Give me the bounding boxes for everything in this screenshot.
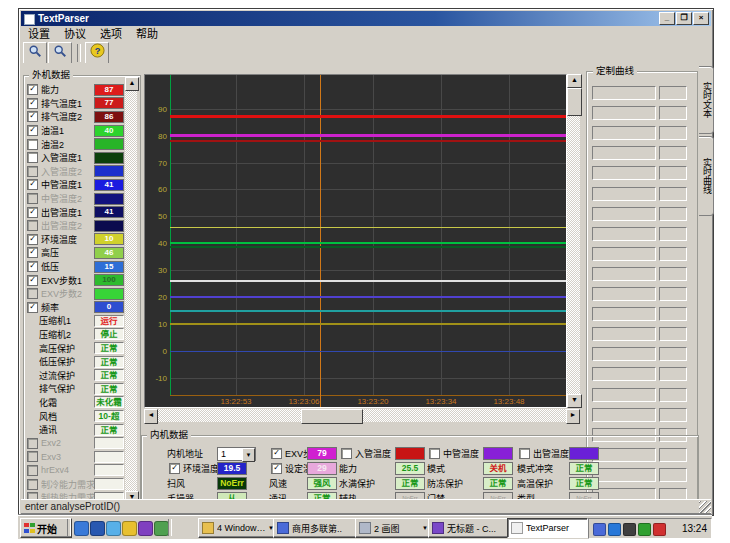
indoor-address-dropdown[interactable]: 1▼ <box>217 447 256 461</box>
menu-item-选项[interactable]: 选项 <box>93 25 129 41</box>
custom-curve-name-field-13[interactable] <box>592 347 656 361</box>
checkbox-制冷能力需求[interactable] <box>27 479 38 490</box>
menu-item-协议[interactable]: 协议 <box>57 25 93 41</box>
checkbox-中管温度1[interactable]: ✓ <box>27 179 38 190</box>
start-button[interactable]: 开始 <box>20 518 72 538</box>
checkbox-Exv2[interactable] <box>27 438 38 449</box>
checkbox-设定温度[interactable]: ✓ <box>271 463 282 474</box>
custom-curve-name-field-14[interactable] <box>592 367 656 381</box>
network-icon[interactable] <box>623 523 636 536</box>
custom-curve-name-field-1[interactable] <box>592 106 656 120</box>
custom-curve-value-field-14[interactable] <box>659 367 687 381</box>
custom-curve-name-field-3[interactable] <box>592 146 656 160</box>
custom-curve-value-field-5[interactable] <box>659 187 687 201</box>
custom-curve-value-field-12[interactable] <box>659 327 687 341</box>
minimize-button[interactable]: _ <box>659 12 675 25</box>
checkbox-入管温度2[interactable] <box>27 166 38 177</box>
custom-curve-name-field-15[interactable] <box>592 388 656 402</box>
custom-curve-name-field-5[interactable] <box>592 187 656 201</box>
checkbox-EXV步数[interactable]: ✓ <box>271 448 282 459</box>
checkbox-出管温度2[interactable] <box>27 220 38 231</box>
tab-实时曲线[interactable]: 实时曲线 <box>699 136 714 216</box>
custom-curve-value-field-8[interactable] <box>659 247 687 261</box>
custom-curve-value-field-4[interactable] <box>659 166 687 180</box>
custom-curve-value-field-16[interactable] <box>659 408 687 422</box>
hand-icon[interactable] <box>593 523 606 536</box>
dropdown-arrow-icon[interactable]: ▼ <box>242 448 255 462</box>
green-status-icon[interactable] <box>638 523 651 536</box>
checkbox-Exv3[interactable] <box>27 451 38 462</box>
checkbox-入管温度[interactable] <box>341 448 352 459</box>
checkbox-EXV步数2[interactable] <box>27 288 38 299</box>
checkbox-油温1[interactable]: ✓ <box>27 125 38 136</box>
custom-curve-name-field-8[interactable] <box>592 247 656 261</box>
checkbox-出管温度1[interactable]: ✓ <box>27 207 38 218</box>
menu-item-设置[interactable]: 设置 <box>21 25 57 41</box>
media-player-icon[interactable] <box>138 521 153 536</box>
checkbox-环境温度[interactable]: ✓ <box>169 463 180 474</box>
antivirus-icon[interactable] <box>653 523 666 536</box>
checkbox-排气温度2[interactable]: ✓ <box>27 111 38 122</box>
ie-icon[interactable] <box>74 521 89 536</box>
chart-hscroll-thumb[interactable] <box>301 409 363 424</box>
custom-curve-name-field-11[interactable] <box>592 307 656 321</box>
checkbox-排气温度1[interactable]: ✓ <box>27 98 38 109</box>
chart-scroll-right-arrow[interactable]: ► <box>566 409 580 424</box>
custom-curve-name-field-12[interactable] <box>592 327 656 341</box>
checkbox-环境温度[interactable]: ✓ <box>27 234 38 245</box>
custom-curve-name-field-2[interactable] <box>592 126 656 140</box>
custom-curve-value-field-3[interactable] <box>659 146 687 160</box>
show-desktop-icon[interactable] <box>154 521 169 536</box>
checkbox-出管温度[interactable] <box>519 448 530 459</box>
close-button[interactable]: × <box>693 12 709 25</box>
messenger-icon[interactable] <box>122 521 137 536</box>
chart-scroll-left-arrow[interactable]: ◄ <box>144 409 158 424</box>
custom-curve-value-field-1[interactable] <box>659 106 687 120</box>
taskbar-button-4 Windows...[interactable]: 4 Windows...▼ <box>198 518 278 538</box>
scroll-up-arrow[interactable]: ▲ <box>125 77 139 91</box>
custom-curve-name-field-4[interactable] <box>592 166 656 180</box>
custom-curve-value-field-0[interactable] <box>659 86 687 100</box>
custom-curve-name-field-16[interactable] <box>592 408 656 422</box>
restore-button[interactable]: ❐ <box>676 12 692 25</box>
custom-curve-name-field-6[interactable] <box>592 207 656 221</box>
outdoor-list-scrollbar[interactable]: ▲ ▼ <box>125 77 137 505</box>
checkbox-低压[interactable]: ✓ <box>27 261 38 272</box>
resize-grip[interactable] <box>699 501 711 513</box>
checkbox-中管温度2[interactable] <box>27 193 38 204</box>
custom-curve-name-field-7[interactable] <box>592 227 656 241</box>
chart-vscroll-thumb[interactable] <box>567 88 582 116</box>
taskbar-button-无标题 - C...[interactable]: 无标题 - C... <box>428 518 511 538</box>
update-icon[interactable] <box>608 523 621 536</box>
chart-scroll-up-arrow[interactable]: ▲ <box>567 74 582 88</box>
custom-curve-value-field-9[interactable] <box>659 267 687 281</box>
checkbox-hrExv4[interactable] <box>27 465 38 476</box>
checkbox-EXV步数1[interactable]: ✓ <box>27 275 38 286</box>
custom-curve-value-field-2[interactable] <box>659 126 687 140</box>
custom-curve-value-field-11[interactable] <box>659 307 687 321</box>
taskbar-button-2 画图[interactable]: 2 画图▼ <box>355 518 432 538</box>
menu-item-帮助[interactable]: 帮助 <box>129 25 165 41</box>
outlook-icon[interactable] <box>90 521 105 536</box>
msn-icon[interactable] <box>106 521 121 536</box>
zoom-in-button[interactable] <box>23 42 47 64</box>
chart-vertical-scrollbar[interactable]: ▲ ▼ <box>567 74 580 408</box>
title-bar[interactable]: TextParser _ ❐ × <box>21 11 711 26</box>
custom-curve-name-field-0[interactable] <box>592 86 656 100</box>
custom-curve-value-field-15[interactable] <box>659 388 687 402</box>
help-button[interactable]: ? <box>85 42 109 64</box>
checkbox-高压[interactable]: ✓ <box>27 247 38 258</box>
custom-curve-value-field-6[interactable] <box>659 207 687 221</box>
tab-实时文本[interactable]: 实时文本 <box>699 66 714 134</box>
time-cursor-line[interactable] <box>320 75 321 407</box>
checkbox-油温2[interactable] <box>27 139 38 150</box>
checkbox-中管温度[interactable] <box>429 448 440 459</box>
zoom-out-button[interactable] <box>48 42 72 64</box>
checkbox-能力[interactable]: ✓ <box>27 84 38 95</box>
checkbox-入管温度1[interactable] <box>27 152 38 163</box>
custom-curve-name-field-9[interactable] <box>592 267 656 281</box>
taskbar-button-TextParser[interactable]: TextParser <box>507 518 588 538</box>
custom-curve-name-field-10[interactable] <box>592 287 656 301</box>
custom-curve-value-field-7[interactable] <box>659 227 687 241</box>
taskbar-button-商用多联第..[interactable]: 商用多联第.. <box>273 518 359 538</box>
